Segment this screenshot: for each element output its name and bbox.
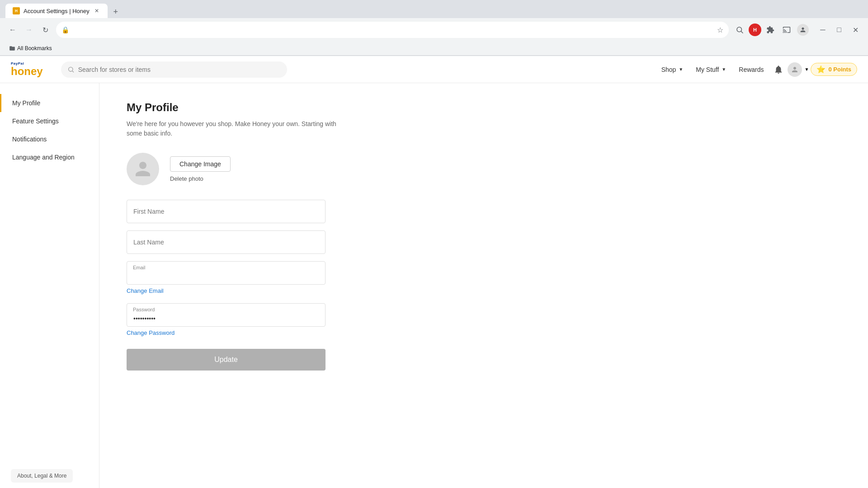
profile-avatar bbox=[127, 153, 159, 185]
points-badge[interactable]: ⭐ 0 Points bbox=[811, 63, 857, 76]
search-bar[interactable] bbox=[61, 61, 287, 78]
close-button[interactable]: ✕ bbox=[848, 23, 863, 37]
sidebar-item-feature-settings[interactable]: Feature Settings bbox=[0, 112, 99, 130]
notifications-bell-icon[interactable] bbox=[771, 62, 786, 77]
sidebar: My Profile Feature Settings Notification… bbox=[0, 83, 99, 488]
new-tab-button[interactable]: + bbox=[109, 5, 122, 18]
content-area: My Profile We're here for you however yo… bbox=[99, 83, 868, 488]
change-password-link[interactable]: Change Password bbox=[127, 329, 326, 336]
email-group: Email cf7cf26c@moodjoy.com Change Email bbox=[127, 261, 326, 296]
user-chevron-icon: ▼ bbox=[805, 67, 809, 72]
profile-form: Email cf7cf26c@moodjoy.com Change Email … bbox=[127, 200, 326, 371]
svg-point-4 bbox=[68, 67, 72, 71]
points-label: 0 Points bbox=[828, 66, 851, 73]
sidebar-item-language-region[interactable]: Language and Region bbox=[0, 148, 99, 166]
minimize-button[interactable]: ─ bbox=[816, 23, 830, 37]
password-input[interactable] bbox=[127, 303, 326, 327]
password-group: Password Change Password bbox=[127, 303, 326, 338]
shop-nav-link[interactable]: Shop ▼ bbox=[656, 62, 689, 77]
rewards-nav-link[interactable]: Rewards bbox=[733, 62, 769, 77]
profile-image-section: Change Image Delete photo bbox=[127, 153, 841, 185]
address-bar[interactable]: joinhoney.com/settings bbox=[73, 26, 713, 33]
browser-tab[interactable]: H Account Settings | Honey ✕ bbox=[5, 4, 108, 18]
svg-text:H: H bbox=[15, 9, 18, 13]
mystuff-nav-link[interactable]: My Stuff ▼ bbox=[690, 62, 731, 77]
cast-button[interactable] bbox=[779, 23, 794, 37]
sidebar-item-notifications[interactable]: Notifications bbox=[0, 130, 99, 148]
update-button[interactable]: Update bbox=[127, 349, 326, 371]
last-name-group bbox=[127, 230, 326, 254]
change-email-link[interactable]: Change Email bbox=[127, 287, 326, 294]
change-image-button[interactable]: Change Image bbox=[170, 156, 231, 172]
bookmark-star-icon[interactable]: ☆ bbox=[717, 26, 723, 34]
logo[interactable]: PayPal honey bbox=[11, 62, 43, 77]
search-input[interactable] bbox=[78, 66, 281, 73]
tab-favicon: H bbox=[13, 7, 20, 14]
top-nav: PayPal honey Shop ▼ My Stuff ▼ Rewards bbox=[0, 56, 868, 83]
tab-title: Account Settings | Honey bbox=[24, 8, 90, 14]
extensions-button[interactable] bbox=[763, 23, 778, 37]
sidebar-item-my-profile[interactable]: My Profile bbox=[0, 94, 99, 112]
back-button[interactable]: ← bbox=[5, 23, 20, 37]
first-name-group bbox=[127, 200, 326, 223]
user-avatar bbox=[788, 62, 802, 77]
svg-line-5 bbox=[72, 71, 74, 72]
logo-honey: honey bbox=[11, 66, 43, 77]
about-legal-button[interactable]: About, Legal & More bbox=[11, 469, 73, 483]
tab-close-button[interactable]: ✕ bbox=[93, 7, 100, 14]
bookmarks-label: All Bookmarks bbox=[17, 45, 52, 52]
profile-image-actions: Change Image Delete photo bbox=[170, 156, 231, 182]
search-icon bbox=[67, 66, 75, 73]
search-extensions-button[interactable] bbox=[732, 23, 747, 37]
svg-line-3 bbox=[741, 31, 743, 33]
profile-button[interactable] bbox=[796, 23, 810, 37]
reload-button[interactable]: ↻ bbox=[38, 23, 52, 37]
forward-button[interactable]: → bbox=[22, 23, 36, 37]
mystuff-chevron-icon: ▼ bbox=[722, 67, 726, 72]
last-name-input[interactable] bbox=[127, 230, 326, 254]
page-subtitle: We're here for you however you shop. Mak… bbox=[127, 119, 841, 138]
delete-photo-link[interactable]: Delete photo bbox=[170, 175, 231, 182]
svg-point-2 bbox=[737, 27, 742, 32]
maximize-button[interactable]: □ bbox=[832, 23, 846, 37]
page-title: My Profile bbox=[127, 101, 841, 114]
honey-extension-button[interactable]: H bbox=[749, 23, 761, 36]
bookmarks-folder[interactable]: All Bookmarks bbox=[5, 43, 56, 53]
address-bar-container: 🔒 joinhoney.com/settings ☆ bbox=[56, 22, 729, 38]
address-secure-icon: 🔒 bbox=[61, 26, 69, 33]
shop-chevron-icon: ▼ bbox=[679, 67, 683, 72]
first-name-input[interactable] bbox=[127, 200, 326, 223]
email-input[interactable]: cf7cf26c@moodjoy.com bbox=[127, 261, 326, 285]
user-menu[interactable]: ▼ bbox=[788, 62, 809, 77]
